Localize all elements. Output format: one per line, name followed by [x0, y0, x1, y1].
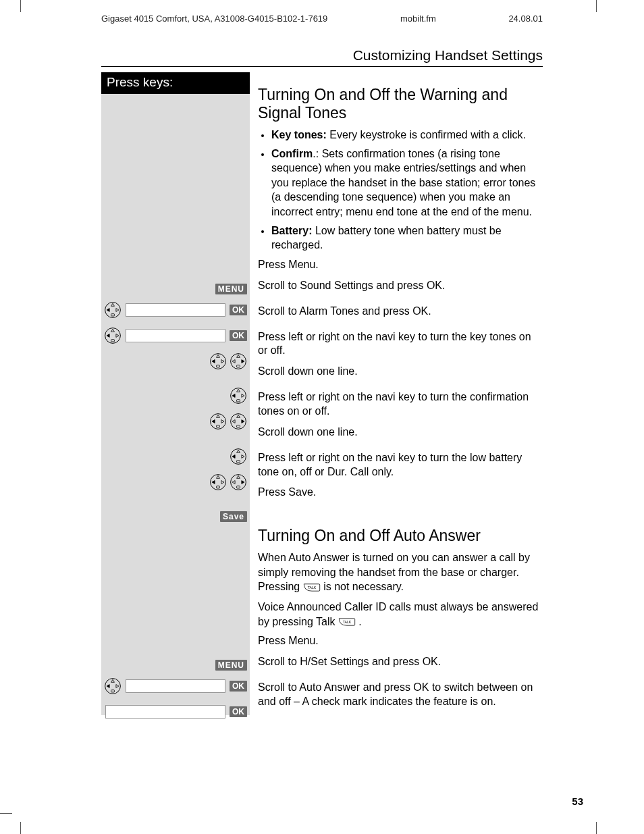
display-field	[126, 679, 225, 693]
svg-rect-22	[237, 400, 240, 402]
doc-meta: Gigaset 4015 Comfort, USA, A31008-G4015-…	[101, 14, 543, 24]
section-rule	[101, 66, 543, 67]
step-text: Press left or right on the navi key to t…	[258, 451, 543, 479]
svg-text:TALK: TALK	[307, 585, 316, 590]
navi-left-icon	[209, 413, 227, 430]
navi-left-icon	[209, 473, 227, 491]
bullet-item: Battery: Low battery tone when battery m…	[271, 224, 543, 253]
step-text: Scroll to H/Set Settings and press OK.	[258, 655, 543, 674]
step-text: Press left or right on the navi key to t…	[258, 390, 543, 419]
key-row: OK	[101, 675, 250, 697]
ok-tag: OK	[230, 681, 247, 692]
svg-rect-12	[217, 365, 220, 367]
key-row	[101, 446, 250, 467]
svg-rect-37	[237, 460, 240, 462]
key-column: Press keys: MENU OK OK	[101, 72, 250, 715]
svg-marker-4	[116, 308, 119, 311]
auto-intro-1: When Auto Answer is turned on you can an…	[258, 550, 543, 594]
navi-right-icon	[230, 413, 247, 430]
svg-marker-41	[217, 475, 220, 478]
display-field	[126, 329, 225, 342]
ok-tag: OK	[230, 305, 247, 315]
svg-marker-38	[232, 454, 235, 458]
talk-icon: TALK	[338, 616, 356, 628]
main-column: Turning On and Off the Warning and Signa…	[258, 72, 543, 715]
navi-key-icon	[104, 301, 122, 319]
page-number: 53	[572, 796, 583, 807]
svg-marker-43	[212, 480, 215, 484]
svg-rect-27	[217, 425, 220, 427]
svg-marker-31	[237, 415, 240, 417]
svg-text:TALK: TALK	[343, 620, 352, 624]
key-row	[101, 471, 250, 493]
section-title: Customizing Handset Settings	[353, 47, 543, 63]
svg-marker-11	[217, 355, 220, 357]
svg-marker-3	[107, 308, 109, 311]
step-text: Press Menu.	[258, 634, 543, 648]
navi-key-icon	[230, 387, 247, 405]
svg-rect-2	[111, 313, 115, 315]
svg-marker-16	[237, 355, 240, 357]
svg-marker-6	[111, 329, 115, 332]
svg-marker-51	[111, 679, 115, 682]
svg-marker-53	[107, 684, 109, 687]
doc-id: Gigaset 4015 Comfort, USA, A31008-G4015-…	[101, 14, 327, 24]
svg-marker-8	[107, 334, 109, 337]
menu-tag: MENU	[215, 284, 247, 294]
svg-rect-47	[237, 486, 240, 488]
svg-marker-26	[217, 415, 220, 417]
talk-icon: TALK	[303, 581, 321, 594]
tones-steps: Press Menu.Scroll to Sound Settings and …	[258, 258, 543, 506]
key-row	[101, 411, 250, 432]
navi-right-icon	[230, 353, 247, 370]
ok-tag: OK	[230, 706, 247, 717]
svg-rect-17	[237, 365, 240, 367]
auto-intro-2: Voice Announced Caller ID calls must alw…	[258, 600, 543, 629]
svg-rect-52	[111, 690, 115, 692]
doc-file: mobilt.fm	[400, 14, 436, 24]
auto-heading: Turning On and Off Auto Answer	[258, 527, 543, 545]
navi-key-icon	[104, 677, 122, 695]
tones-heading: Turning On and Off the Warning and Signa…	[258, 86, 543, 122]
menu-tag: MENU	[215, 660, 247, 671]
display-field	[105, 705, 225, 719]
step-text: Scroll to Auto Answer and press OK to sw…	[258, 681, 543, 709]
svg-rect-42	[217, 486, 220, 488]
key-row	[101, 350, 250, 372]
step-text: Press Save.	[258, 486, 543, 500]
tones-bullets: Key tones: Every keystroke is confirmed …	[258, 128, 543, 253]
key-row: MENU	[101, 278, 250, 300]
svg-marker-21	[237, 389, 240, 392]
svg-marker-24	[242, 394, 244, 398]
svg-marker-39	[242, 454, 244, 458]
svg-marker-33	[232, 420, 235, 423]
svg-marker-23	[232, 394, 235, 398]
key-row: OK	[101, 299, 250, 321]
key-row: Save	[101, 506, 250, 527]
bullet-item: Key tones: Every keystroke is confirmed …	[271, 128, 543, 142]
key-row: MENU	[101, 654, 250, 676]
key-row: OK	[101, 701, 250, 723]
svg-marker-19	[242, 359, 244, 363]
svg-marker-1	[111, 303, 115, 306]
step-text: Scroll to Alarm Tones and press OK.	[258, 305, 543, 323]
svg-rect-7	[111, 339, 115, 341]
doc-date: 24.08.01	[508, 14, 543, 24]
step-text: Scroll down one line.	[258, 425, 543, 444]
auto-steps: Press Menu.Scroll to H/Set Settings and …	[258, 634, 543, 715]
svg-marker-54	[116, 684, 119, 687]
step-text: Scroll to Sound Settings and press OK.	[258, 279, 543, 298]
svg-marker-18	[232, 359, 235, 363]
save-tag: Save	[220, 511, 247, 522]
svg-marker-48	[232, 480, 235, 484]
navi-key-icon	[230, 448, 247, 465]
step-text: Press left or right on the navi key to t…	[258, 330, 543, 359]
step-text: Press Menu.	[258, 258, 543, 272]
step-text: Scroll down one line.	[258, 365, 543, 384]
svg-marker-34	[242, 420, 244, 423]
svg-marker-46	[237, 475, 240, 478]
svg-rect-32	[237, 425, 240, 427]
svg-marker-44	[221, 480, 224, 484]
svg-marker-49	[242, 480, 244, 484]
navi-right-icon	[230, 473, 247, 491]
